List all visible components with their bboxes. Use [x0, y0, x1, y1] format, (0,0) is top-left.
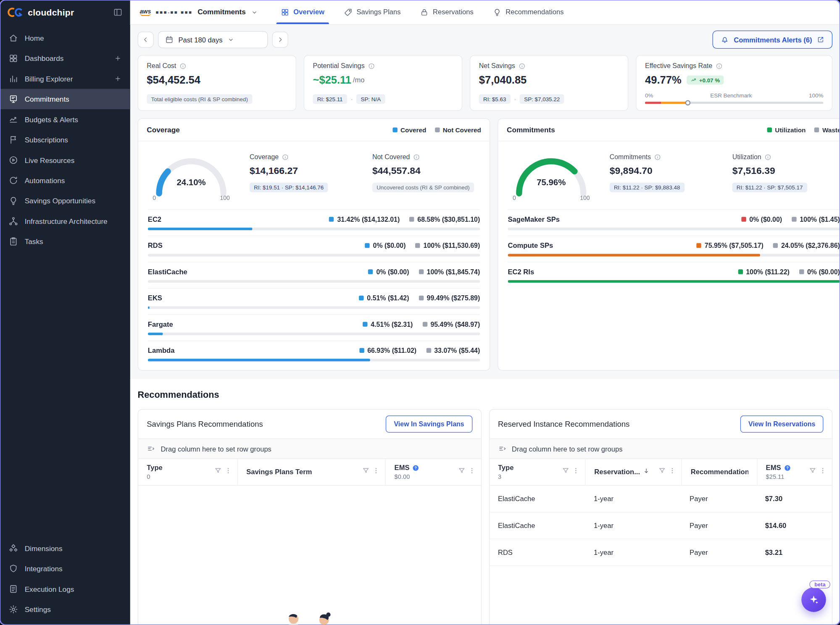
aws-icon: aws — [140, 8, 151, 16]
sidebar-item-execution-logs[interactable]: Execution Logs — [0, 579, 130, 599]
primary-stat: 4.51% ($2.31) — [363, 320, 413, 328]
home-icon — [8, 33, 18, 43]
column-header-savings-plans-term[interactable]: Savings Plans Term — [237, 459, 385, 485]
sidebar-item-infrastructure-architecture[interactable]: Infrastructure Architecture — [0, 211, 130, 231]
column-header-type[interactable]: Type 0 — [138, 459, 237, 485]
billing-icon — [8, 74, 18, 84]
column-menu-button[interactable] — [669, 467, 676, 477]
table-cell: Payer — [681, 486, 757, 512]
sidebar-item-label: Dimensions — [25, 544, 63, 552]
kebab-icon — [669, 467, 676, 475]
primary-stat: 100% ($11.22) — [738, 268, 790, 276]
column-header-type[interactable]: Type 3 — [490, 459, 585, 485]
gauge-max: 100 — [220, 194, 229, 201]
column-subtext: 0 — [147, 473, 162, 480]
esr-bar-segment — [645, 102, 661, 104]
sidebar-item-home[interactable]: Home — [0, 28, 130, 48]
assistant-button[interactable] — [801, 587, 826, 612]
sidebar-item-billing-explorer[interactable]: Billing Explorer — [0, 68, 130, 89]
filter-button[interactable] — [658, 467, 666, 477]
sidebar-item-settings[interactable]: Settings — [0, 599, 130, 620]
sidebar-item-dimensions[interactable]: Dimensions — [0, 538, 130, 558]
column-menu-button[interactable] — [372, 467, 380, 477]
info-icon — [654, 153, 661, 160]
column-header-recommendation-l[interactable]: Recommendation L... — [682, 459, 757, 485]
column-menu-button[interactable] — [572, 467, 580, 477]
filter-button[interactable] — [458, 467, 465, 477]
tab-overview[interactable]: Overview — [271, 0, 334, 24]
sidebar-item-label: Automations — [25, 176, 65, 184]
sidebar-item-subscriptions[interactable]: Subscriptions — [0, 130, 130, 150]
column-menu-button[interactable] — [224, 467, 232, 477]
sidebar-item-automations[interactable]: Automations — [0, 170, 130, 190]
sidebar-item-tasks[interactable]: Tasks — [0, 231, 130, 252]
funnel-icon — [809, 467, 816, 475]
tasks-icon — [8, 236, 18, 246]
net-savings-value: $7,040.85 — [479, 74, 527, 86]
table-row[interactable]: RDS1-yearPayer$3.21 — [490, 539, 832, 566]
sidebar-item-label: Home — [25, 34, 44, 42]
sidebar-item-integrations[interactable]: Integrations — [0, 559, 130, 579]
coverage-row-rds: RDS 0% ($0.00) 100% ($11,530.69) — [148, 236, 480, 257]
secondary-stat: 68.58% ($30,851.10) — [409, 215, 480, 223]
column-header-reservation[interactable]: Reservation... — [585, 459, 682, 485]
savings-plans-recommendations-view-button[interactable]: View In Savings Plans — [386, 415, 472, 433]
metric-label: Coverage — [250, 153, 279, 161]
potential-savings-suffix: /mo — [353, 76, 365, 84]
page-content: Past 180 days Commitments Alerts (6) Rea… — [130, 25, 840, 625]
infra-icon — [8, 216, 18, 226]
column-subtext: 3 — [498, 473, 513, 480]
esr-bar-max: 100% — [809, 92, 823, 98]
column-menu-button[interactable] — [468, 467, 476, 477]
sidebar-item-commitments[interactable]: Commitments — [0, 89, 130, 109]
service-bar — [148, 280, 480, 283]
tab-recommendations[interactable]: Recommendations — [483, 0, 574, 24]
sidebar-item-live-resources[interactable]: Live Resources — [0, 150, 130, 170]
stat-chip: SP: $7,035.22 — [520, 94, 564, 104]
column-header-ems[interactable]: EMS $25.11 — [757, 459, 832, 485]
table-row[interactable]: ElastiCache1-yearPayer$7.30 — [490, 486, 832, 512]
plus-icon — [114, 75, 122, 82]
filter-button[interactable] — [214, 467, 222, 477]
commitments-metric-utilization: Utilization $7,516.39 RI: $11.22 · SP: $… — [732, 153, 837, 192]
table-row[interactable]: ElastiCache1-yearPayer$14.60 — [490, 512, 832, 539]
potential-savings-value: ~$25.11 — [313, 74, 351, 86]
plus-icon — [114, 55, 122, 62]
date-range-select[interactable]: Past 180 days — [158, 31, 268, 48]
metric-chip: RI: $19.51 · SP: $14,146.76 — [250, 183, 328, 192]
chevron-right-icon — [276, 36, 284, 43]
sidebar-item-label: Dashboards — [25, 54, 64, 62]
filter-button[interactable] — [562, 467, 570, 477]
add-dashboards-button[interactable] — [114, 55, 122, 62]
column-header-ems[interactable]: EMS $0.00 — [385, 459, 481, 485]
account-selector[interactable]: aws ■■■-■■ ■■■ Commitments — [140, 8, 258, 16]
add-billing-explorer-button[interactable] — [114, 75, 122, 82]
column-menu-button[interactable] — [819, 467, 827, 477]
net-savings-card: Net Savings $7,040.85 RI: $5.63·SP: $7,0… — [470, 55, 628, 111]
sidebar-item-label: Live Resources — [25, 156, 75, 164]
sidebar-item-budgets-alerts[interactable]: Budgets & Alerts — [0, 109, 130, 129]
primary-stat: 0% ($0.00) — [741, 215, 782, 223]
date-next-button[interactable] — [272, 32, 288, 47]
tab-savings-plans[interactable]: Savings Plans — [334, 0, 411, 24]
esr-bar-marker — [685, 100, 691, 105]
tab-reservations[interactable]: Reservations — [411, 0, 483, 24]
sidebar-item-dashboards[interactable]: Dashboards — [0, 48, 130, 68]
real-cost-card: Real Cost $54,452.54 Total eligible cost… — [138, 55, 296, 111]
commitments-alerts-button[interactable]: Commitments Alerts (6) — [712, 31, 832, 49]
reserved-instance-recommendations-view-button[interactable]: View In Reservations — [740, 415, 823, 433]
coverage-commitments-panels: CoverageCoveredNot Covered 24.10% 0100 C… — [138, 118, 832, 370]
commitments-gauge: 75.96% 0100 — [511, 153, 591, 201]
service-name: EC2 — [148, 215, 161, 223]
esr-benchmark: 0% ESR Benchmark 100% — [645, 92, 823, 104]
filter-button[interactable] — [362, 467, 370, 477]
tab-label: Savings Plans — [357, 8, 401, 16]
service-bar — [148, 254, 480, 256]
commitments-icon — [8, 94, 18, 104]
date-prev-button[interactable] — [138, 32, 154, 47]
sidebar-item-savings-opportunities[interactable]: Savings Opportunities — [0, 191, 130, 211]
sidebar-collapse-button[interactable] — [113, 8, 123, 17]
filter-button[interactable] — [809, 467, 816, 477]
logs-icon — [8, 584, 18, 594]
esr-benchmark-bar — [645, 102, 823, 104]
